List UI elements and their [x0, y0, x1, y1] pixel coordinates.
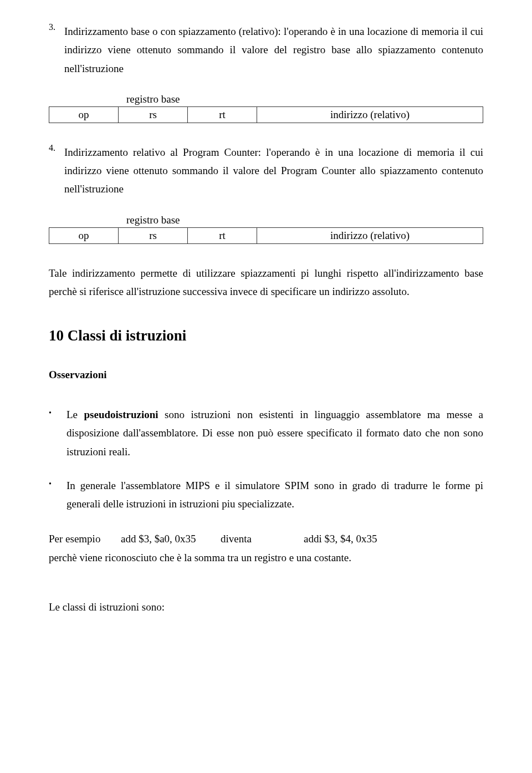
cell-rs: rs — [119, 106, 188, 123]
example-reason: perchè viene riconosciuto che è la somma… — [49, 548, 483, 567]
table-row: op rs rt indirizzo (relativo) — [49, 106, 483, 123]
list-text-3: Indirizzamento base o con spiazzamento (… — [64, 22, 483, 78]
cell-addr: indirizzo (relativo) — [257, 106, 483, 123]
bullet-marker-icon: • — [49, 405, 66, 461]
heading-10: 10 Classi di istruzioni — [49, 327, 483, 344]
cell-op: op — [49, 106, 119, 123]
list-marker-4: 4. — [49, 143, 64, 199]
bullet-body-2: In generale l'assemblatore MIPS e il sim… — [66, 476, 483, 513]
bullet-item-1: • Le pseudoistruzioni sono istruzioni no… — [49, 405, 483, 461]
list-item-4: 4. Indirizzamento relativo al Program Co… — [49, 143, 483, 199]
cell-addr: indirizzo (relativo) — [257, 227, 483, 243]
format-table-1: op rs rt indirizzo (relativo) — [49, 106, 483, 123]
bullet1-pre: Le — [66, 409, 84, 420]
registro-base-label-1: registro base — [126, 93, 483, 105]
cell-rt: rt — [188, 106, 257, 123]
example-label: Per esempio — [49, 530, 121, 548]
example-row: Per esempio add $3, $a0, 0x35 diventa ad… — [49, 530, 483, 548]
instruction-format-table-1: registro base op rs rt indirizzo (relati… — [49, 93, 483, 123]
cell-rt: rt — [188, 227, 257, 243]
final-line: Le classi di istruzioni sono: — [49, 601, 483, 613]
bullet-marker-icon: • — [49, 476, 66, 513]
cell-op: op — [49, 227, 119, 243]
list-marker-3: 3. — [49, 22, 64, 78]
bullet-body-1: Le pseudoistruzioni sono istruzioni non … — [66, 405, 483, 461]
example-rhs: addi $3, $4, 0x35 — [304, 530, 483, 548]
list-item-3: 3. Indirizzamento base o con spiazzament… — [49, 22, 483, 78]
heading-osservazioni: Osservazioni — [49, 369, 483, 381]
paragraph-tale: Tale indirizzamento permette di utilizza… — [49, 264, 483, 301]
bullet1-bold: pseudoistruzioni — [84, 409, 158, 420]
table-row: op rs rt indirizzo (relativo) — [49, 227, 483, 243]
document-page: 3. Indirizzamento base o con spiazzament… — [0, 0, 532, 646]
example-lhs: add $3, $a0, 0x35 — [121, 530, 221, 548]
list-text-4: Indirizzamento relativo al Program Count… — [64, 143, 483, 199]
bullet-item-2: • In generale l'assemblatore MIPS e il s… — [49, 476, 483, 513]
registro-base-label-2: registro base — [126, 214, 483, 226]
format-table-2: op rs rt indirizzo (relativo) — [49, 227, 483, 244]
bullet-list: • Le pseudoistruzioni sono istruzioni no… — [49, 405, 483, 513]
cell-rs: rs — [119, 227, 188, 243]
instruction-format-table-2: registro base op rs rt indirizzo (relati… — [49, 214, 483, 244]
example-become: diventa — [221, 530, 304, 548]
